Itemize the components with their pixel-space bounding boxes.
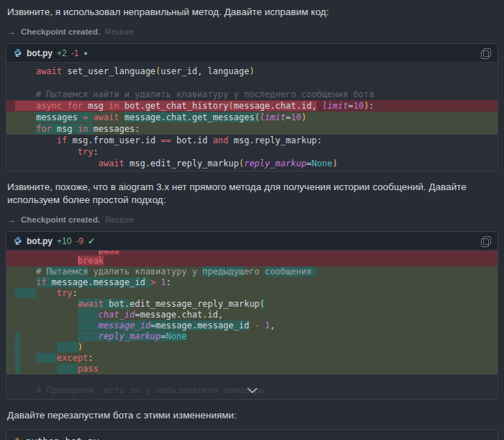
restore-link[interactable]: Restore [105, 27, 134, 36]
code-block-2-body: pass break # Пытаемся удалить клавиатуру… [6, 251, 498, 399]
assistant-message-2: Извините, похоже, что в aiogram 3.x нет … [7, 181, 484, 207]
python-file-icon [13, 236, 22, 246]
code-line: message_id=message.message_id - 1, [6, 320, 498, 331]
diff-added-count: +2 [57, 48, 67, 58]
code-line [6, 77, 498, 89]
python-file-icon [13, 48, 22, 58]
file-name: bot.py [27, 236, 53, 246]
code-line: messages = await message.chat.get_messag… [6, 112, 498, 123]
checkpoint-arrow-icon: → [7, 27, 16, 37]
code-block-1: bot.py +2 -1 ● await set_user_language(u… [6, 43, 498, 171]
terminal-block: $ python bot.py [6, 429, 498, 440]
code-line: if msg.from_user.id == bot.id and msg.re… [6, 135, 498, 146]
checkpoint-row-1: → Checkpoint created. Restore [7, 27, 498, 37]
code-line [6, 374, 498, 385]
code-line: try: [6, 146, 498, 158]
applied-check-icon: ✓ [88, 236, 95, 246]
assistant-message-3: Давайте перезапустим бота с этими измене… [7, 409, 484, 422]
code-line: await bot.edit_message_reply_markup( [6, 299, 498, 310]
code-line: reply_markup=None [6, 331, 498, 342]
checkpoint-label: Checkpoint created. [21, 27, 100, 36]
terminal-command: python bot.py [26, 436, 99, 440]
code-line: for msg in messages: [6, 123, 498, 135]
code-block-1-body: await set_user_language(user_id, languag… [6, 63, 498, 171]
code-line: # Пытаемся удалить клавиатуру у предыдущ… [6, 266, 498, 277]
copy-icon[interactable] [481, 48, 491, 58]
code-line [6, 396, 498, 399]
code-line: pass [6, 364, 498, 374]
terminal-prompt: $ [14, 436, 20, 440]
checkpoint-row-2: → Checkpoint created. Restore [7, 215, 498, 225]
chevron-down-icon[interactable] [243, 385, 261, 396]
code-block-2-header[interactable]: bot.py +10 -9 ✓ [6, 232, 498, 251]
code-line: # Пытаемся найти и удалить клавиатуру у … [6, 89, 498, 100]
diff-added-count: +10 [57, 236, 71, 246]
checkpoint-arrow-icon: → [7, 215, 16, 225]
code-line: ) [6, 342, 498, 353]
restore-link[interactable]: Restore [105, 215, 134, 224]
code-block-2: bot.py +10 -9 ✓ pass break # Пытаемся уд… [6, 231, 498, 400]
code-line: break [6, 256, 498, 266]
file-name: bot.py [27, 48, 53, 58]
code-line: async for msg in bot.get_chat_history(me… [6, 100, 498, 112]
code-line: await msg.edit_reply_markup(reply_markup… [6, 158, 498, 169]
code-line: pass [6, 251, 498, 256]
code-line: except: [6, 353, 498, 364]
code-line: await set_user_language(user_id, languag… [6, 66, 498, 77]
code-line: chat_id=message.chat.id, [6, 310, 498, 320]
code-line: if message.message_id > 1: [6, 277, 498, 288]
code-line: try: [6, 288, 498, 299]
diff-removed-count: -9 [76, 236, 84, 246]
modified-dot-icon: ● [84, 50, 87, 57]
chat-panel: Извините, я использовал неправильный мет… [0, 0, 504, 440]
diff-removed-count: -1 [71, 48, 79, 58]
copy-icon[interactable] [481, 236, 491, 246]
checkpoint-label: Checkpoint created. [21, 215, 100, 224]
code-block-1-header[interactable]: bot.py +2 -1 ● [6, 44, 498, 63]
assistant-message-1: Извините, я использовал неправильный мет… [7, 6, 484, 19]
